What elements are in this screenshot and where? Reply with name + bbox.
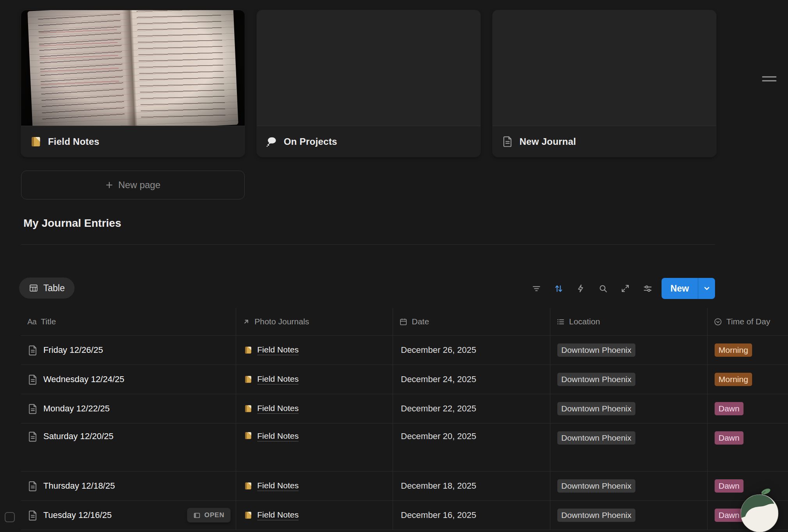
location-cell[interactable]: Downtown Phoenix xyxy=(550,365,708,394)
page-icon xyxy=(28,510,37,521)
table-row: Saturday 12/20/25 Field Notes December 2… xyxy=(21,423,788,472)
notebook-icon xyxy=(244,346,253,354)
relation-link[interactable]: Field Notes xyxy=(257,345,299,355)
location-cell[interactable]: Downtown Phoenix xyxy=(550,336,708,365)
notebook-icon xyxy=(244,511,253,520)
journal-entries-table: Aa Title Photo Journals Date Location xyxy=(21,308,788,530)
location-cell[interactable]: Downtown Phoenix xyxy=(550,394,708,423)
open-row-button[interactable]: OPEN xyxy=(187,508,230,522)
new-page-label: New page xyxy=(118,180,160,190)
select-icon xyxy=(714,318,722,326)
new-entry-button[interactable]: New xyxy=(662,278,698,299)
view-label: Table xyxy=(43,283,65,294)
journal-gallery: Field Notes On Projects New Journal xyxy=(21,10,716,157)
column-header-date[interactable]: Date xyxy=(393,308,550,335)
card-title: New Journal xyxy=(519,136,576,147)
location-badge: Downtown Phoenix xyxy=(557,402,635,415)
time-of-day-cell[interactable]: Morning xyxy=(708,336,788,365)
table-row: Friday 12/26/25 Field Notes December 26,… xyxy=(21,336,788,365)
expand-icon[interactable] xyxy=(620,283,630,294)
divider xyxy=(21,244,715,245)
title-cell[interactable]: Friday 12/26/25 xyxy=(21,336,236,365)
title-cell[interactable]: Monday 12/22/25 xyxy=(21,394,236,423)
relation-cell[interactable]: Field Notes xyxy=(236,365,393,394)
sort-icon[interactable] xyxy=(553,283,564,294)
gallery-card-new-journal[interactable]: New Journal xyxy=(493,10,716,157)
time-badge: Morning xyxy=(715,373,752,386)
bulleted-list-icon xyxy=(557,318,565,326)
view-settings-sliders-icon[interactable] xyxy=(642,283,653,294)
page-icon xyxy=(28,481,37,491)
notebook-icon xyxy=(244,404,253,413)
card-title: Field Notes xyxy=(48,136,100,147)
filter-icon[interactable] xyxy=(531,283,541,294)
collapsed-menu-icon[interactable] xyxy=(761,73,778,84)
relation-link[interactable]: Field Notes xyxy=(257,374,299,384)
location-cell[interactable]: Downtown Phoenix xyxy=(550,501,708,530)
location-badge: Downtown Phoenix xyxy=(557,431,635,445)
relation-cell[interactable]: Field Notes xyxy=(236,472,393,500)
relation-link[interactable]: Field Notes xyxy=(257,510,299,520)
notebook-icon xyxy=(244,375,253,384)
title-cell[interactable]: Saturday 12/20/25 xyxy=(21,423,236,471)
time-of-day-cell[interactable]: Morning xyxy=(708,365,788,394)
card-cover-photo xyxy=(21,10,245,126)
new-entry-split-button: New xyxy=(662,278,715,299)
table-row: Monday 12/22/25 Field Notes December 22,… xyxy=(21,394,788,423)
database-title[interactable]: My Journal Entries xyxy=(23,217,121,230)
column-header-location[interactable]: Location xyxy=(550,308,708,335)
location-cell[interactable]: Downtown Phoenix xyxy=(550,423,708,471)
table-view-icon xyxy=(29,283,38,293)
notebook-icon xyxy=(30,135,42,148)
relation-cell[interactable]: Field Notes xyxy=(236,423,393,471)
gallery-card-field-notes[interactable]: Field Notes xyxy=(21,10,245,157)
location-badge: Downtown Phoenix xyxy=(557,373,635,386)
date-cell[interactable]: December 16, 2025 xyxy=(393,501,550,530)
location-badge: Downtown Phoenix xyxy=(557,479,635,493)
time-of-day-cell[interactable]: Dawn xyxy=(708,423,788,471)
table-header-row: Aa Title Photo Journals Date Location xyxy=(21,308,788,336)
new-page-button[interactable]: New page xyxy=(21,171,245,199)
time-of-day-cell[interactable]: Dawn xyxy=(708,394,788,423)
column-header-title[interactable]: Aa Title xyxy=(21,308,236,335)
date-cell[interactable]: December 24, 2025 xyxy=(393,365,550,394)
column-header-time-of-day[interactable]: Time of Day xyxy=(708,308,788,335)
location-badge: Downtown Phoenix xyxy=(557,343,635,357)
relation-cell[interactable]: Field Notes xyxy=(236,501,393,530)
row-select-checkbox[interactable] xyxy=(5,512,15,522)
date-cell[interactable]: December 20, 2025 xyxy=(393,423,550,471)
time-badge: Morning xyxy=(715,343,752,357)
gallery-card-on-projects[interactable]: On Projects xyxy=(257,10,480,157)
open-peek-icon xyxy=(193,512,201,519)
date-cell[interactable]: December 22, 2025 xyxy=(393,394,550,423)
mascot-face-avatar[interactable] xyxy=(736,486,783,532)
card-title: On Projects xyxy=(284,136,337,147)
title-icon: Aa xyxy=(27,317,36,326)
document-icon xyxy=(501,135,514,148)
relation-link[interactable]: Field Notes xyxy=(257,404,299,414)
table-row: Tuesday 12/16/25 OPEN Field Notes Decemb… xyxy=(21,501,788,530)
column-header-photo-journals[interactable]: Photo Journals xyxy=(236,308,393,335)
calendar-icon xyxy=(399,318,407,326)
table-row: Thursday 12/18/25 Field Notes December 1… xyxy=(21,472,788,501)
search-icon[interactable] xyxy=(598,283,608,294)
relation-link[interactable]: Field Notes xyxy=(257,481,299,491)
thought-balloon-icon xyxy=(265,135,278,148)
relation-link[interactable]: Field Notes xyxy=(257,431,299,441)
title-cell[interactable]: Wednesday 12/24/25 xyxy=(21,365,236,394)
title-cell[interactable]: Tuesday 12/16/25 OPEN xyxy=(21,501,236,530)
date-cell[interactable]: December 18, 2025 xyxy=(393,472,550,500)
title-cell[interactable]: Thursday 12/18/25 xyxy=(21,472,236,500)
page-icon xyxy=(28,374,37,385)
date-cell[interactable]: December 26, 2025 xyxy=(393,336,550,365)
time-badge: Dawn xyxy=(715,431,744,445)
notebook-photo xyxy=(21,10,245,126)
table-view-tab[interactable]: Table xyxy=(19,278,75,299)
page-icon xyxy=(28,404,37,414)
location-cell[interactable]: Downtown Phoenix xyxy=(550,472,708,500)
relation-cell[interactable]: Field Notes xyxy=(236,336,393,365)
notebook-icon xyxy=(244,482,253,490)
new-entry-dropdown-button[interactable] xyxy=(698,278,715,299)
automations-lightning-icon[interactable] xyxy=(576,283,586,294)
relation-cell[interactable]: Field Notes xyxy=(236,394,393,423)
